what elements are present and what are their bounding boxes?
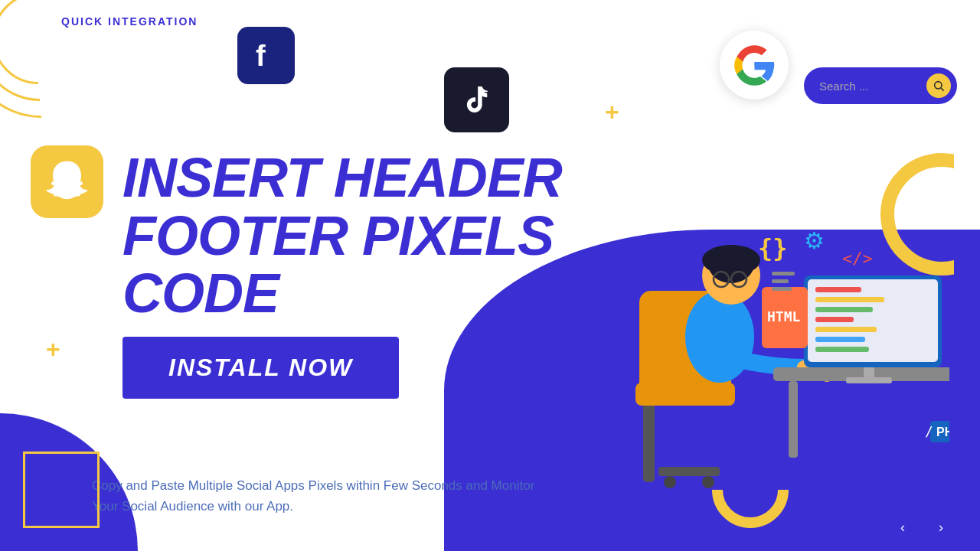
hero-title: INSERT HEADER FOOTER PIXELS CODE (122, 149, 562, 323)
svg-point-5 (664, 476, 676, 488)
main-content: QUICK INTEGRATION f + + (0, 15, 980, 551)
hero-title-line1: INSERT HEADER (122, 149, 562, 207)
svg-rect-49 (772, 272, 795, 276)
svg-point-1 (935, 82, 942, 89)
svg-rect-51 (772, 287, 792, 291)
svg-text:⚙: ⚙ (804, 228, 825, 253)
snapchat-icon[interactable] (31, 145, 103, 218)
svg-rect-26 (815, 337, 865, 342)
tiktok-icon[interactable] (444, 67, 509, 132)
svg-rect-27 (815, 347, 869, 352)
hero-title-line2: FOOTER PIXELS (122, 207, 562, 266)
svg-text:/: / (925, 423, 933, 439)
svg-rect-21 (815, 287, 861, 292)
facebook-icon[interactable]: f (237, 27, 295, 84)
svg-line-2 (941, 88, 944, 91)
navigation-arrows: ‹ › (887, 511, 957, 543)
svg-text:HTML: HTML (767, 308, 801, 324)
prev-button[interactable]: ‹ (887, 511, 919, 543)
svg-rect-23 (815, 307, 873, 312)
search-bar[interactable] (804, 67, 957, 104)
svg-point-6 (702, 476, 714, 488)
hero-description: Copy and Paste Multiple Social Apps Pixe… (92, 475, 536, 517)
svg-rect-25 (815, 327, 877, 332)
hero-title-line3: CODE (122, 265, 562, 323)
svg-rect-50 (772, 279, 789, 283)
google-icon[interactable] (720, 31, 789, 99)
svg-rect-29 (846, 377, 892, 383)
svg-rect-28 (864, 367, 874, 379)
quick-integration-label: QUICK INTEGRATION (61, 15, 980, 28)
svg-text:f: f (256, 39, 266, 72)
svg-text:</>: </> (842, 249, 873, 268)
svg-text:{}: {} (758, 233, 788, 262)
next-button[interactable]: › (925, 511, 957, 543)
svg-rect-24 (815, 317, 854, 322)
svg-rect-22 (815, 297, 884, 302)
svg-rect-8 (635, 383, 735, 406)
svg-text:PHP: PHP (936, 425, 949, 439)
plus-decoration-left: + (46, 337, 60, 361)
install-now-button[interactable]: INSTALL NOW (122, 337, 399, 399)
plus-decoration-mid: + (605, 99, 619, 124)
square-outline-decoration (23, 452, 100, 528)
hero-text-block: INSERT HEADER FOOTER PIXELS CODE (122, 149, 562, 323)
search-input[interactable] (819, 80, 926, 93)
svg-rect-4 (658, 467, 720, 476)
svg-rect-17 (789, 381, 798, 458)
illustration-container: HTML PHP / {} ⚙ </> (505, 107, 949, 505)
search-button[interactable] (926, 73, 951, 98)
